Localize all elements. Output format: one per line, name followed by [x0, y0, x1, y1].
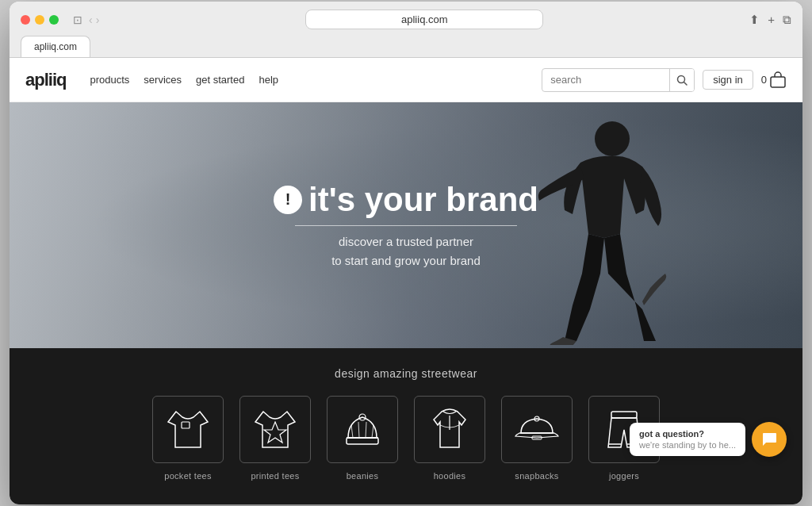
search-button[interactable] — [669, 69, 694, 91]
nav-right: sign in 0 — [542, 68, 787, 92]
chat-bubble: got a question? we're standing by to he.… — [630, 423, 745, 456]
hero-title: ! it's your brand — [274, 181, 538, 219]
svg-line-1 — [684, 82, 688, 85]
window-controls: ⊡ — [73, 13, 82, 26]
browser-toolbar-right: ⬆ + ⧉ — [749, 13, 791, 27]
cart-bag-icon — [769, 71, 787, 89]
snapbacks-label: snapbacks — [515, 471, 558, 481]
svg-rect-4 — [182, 422, 190, 428]
chat-title: got a question? — [639, 429, 736, 439]
nav-link-help[interactable]: help — [259, 74, 278, 86]
sidebar-toggle-icon[interactable]: ⊡ — [73, 13, 82, 26]
chat-widget: got a question? we're standing by to he.… — [630, 422, 787, 457]
browser-tab-bar: apliiq.com — [21, 36, 791, 57]
hero-subtitle: discover a trusted partner to start and … — [274, 232, 538, 270]
chat-subtitle: we're standing by to he... — [639, 440, 736, 450]
chat-button[interactable] — [752, 422, 787, 457]
printed-tees-icon-box — [239, 396, 311, 463]
nav-arrows: ‹ › — [89, 13, 99, 26]
forward-button[interactable]: › — [96, 13, 100, 26]
nav-link-services[interactable]: services — [144, 74, 182, 86]
svg-line-10 — [358, 422, 359, 438]
extensions-icon[interactable]: ⧉ — [783, 13, 791, 27]
svg-rect-2 — [771, 77, 785, 87]
cart-count: 0 — [761, 74, 767, 86]
hero-subtitle-line2: to start and grow your brand — [331, 254, 481, 267]
svg-point-3 — [595, 121, 630, 156]
hero-exclamation-icon: ! — [274, 186, 302, 214]
traffic-lights — [21, 15, 59, 25]
search-container — [542, 68, 695, 92]
beanies-label: beanies — [347, 471, 379, 481]
beanies-icon-box — [327, 396, 398, 463]
cart-icon[interactable]: 0 — [761, 71, 787, 89]
chat-icon — [760, 431, 778, 448]
maximize-button[interactable] — [49, 15, 59, 25]
browser-window: ⊡ ‹ › 🔒 apliiq.com ⬆ + ⧉ apliiq.com — [10, 2, 802, 504]
hoodies-label: hoodies — [434, 471, 466, 481]
site-logo[interactable]: apliiq — [25, 70, 66, 90]
svg-marker-5 — [264, 422, 286, 443]
hero-divider — [295, 225, 517, 226]
svg-line-9 — [351, 425, 353, 438]
search-input[interactable] — [542, 74, 669, 86]
svg-rect-17 — [611, 412, 637, 418]
hero-figure — [525, 115, 684, 345]
address-bar[interactable]: apliiq.com — [305, 10, 543, 29]
product-beanies[interactable]: beanies — [327, 396, 398, 481]
site-nav: apliiq products services get started hel… — [10, 58, 802, 102]
svg-rect-7 — [347, 438, 378, 444]
svg-line-11 — [366, 422, 366, 438]
share-icon[interactable]: ⬆ — [749, 13, 760, 27]
nav-link-products[interactable]: products — [90, 74, 129, 86]
joggers-label: joggers — [609, 471, 639, 481]
product-hoodies[interactable]: hoodies — [414, 396, 485, 481]
pocket-tees-label: pocket tees — [164, 471, 212, 481]
new-tab-icon[interactable]: + — [768, 13, 775, 27]
nav-links: products services get started help — [90, 74, 526, 86]
active-tab[interactable]: apliiq.com — [21, 36, 90, 57]
product-snapbacks[interactable]: snapbacks — [501, 396, 573, 481]
address-bar-container: 🔒 apliiq.com — [305, 10, 543, 29]
close-button[interactable] — [21, 15, 30, 25]
minimize-button[interactable] — [35, 15, 44, 25]
hero-title-text: it's your brand — [308, 181, 538, 219]
browser-chrome: ⊡ ‹ › 🔒 apliiq.com ⬆ + ⧉ apliiq.com — [10, 2, 802, 58]
site-content: apliiq products services get started hel… — [10, 58, 802, 504]
pocket-tees-icon-box — [152, 396, 224, 463]
product-pocket-tees[interactable]: pocket tees — [152, 396, 224, 481]
hero-text: ! it's your brand discover a trusted par… — [274, 181, 538, 270]
printed-tees-label: printed tees — [251, 471, 299, 481]
nav-link-get-started[interactable]: get started — [196, 74, 244, 86]
snapbacks-icon-box — [501, 396, 573, 463]
search-icon — [676, 75, 688, 86]
sign-in-button[interactable]: sign in — [703, 70, 753, 90]
svg-line-12 — [372, 425, 373, 438]
hero-section: ! it's your brand discover a trusted par… — [10, 102, 802, 348]
product-printed-tees[interactable]: printed tees — [239, 396, 311, 481]
streetwear-title: design amazing streetwear — [10, 367, 802, 380]
back-button[interactable]: ‹ — [89, 13, 93, 26]
hero-subtitle-line1: discover a trusted partner — [339, 235, 473, 248]
hoodies-icon-box — [414, 396, 485, 463]
